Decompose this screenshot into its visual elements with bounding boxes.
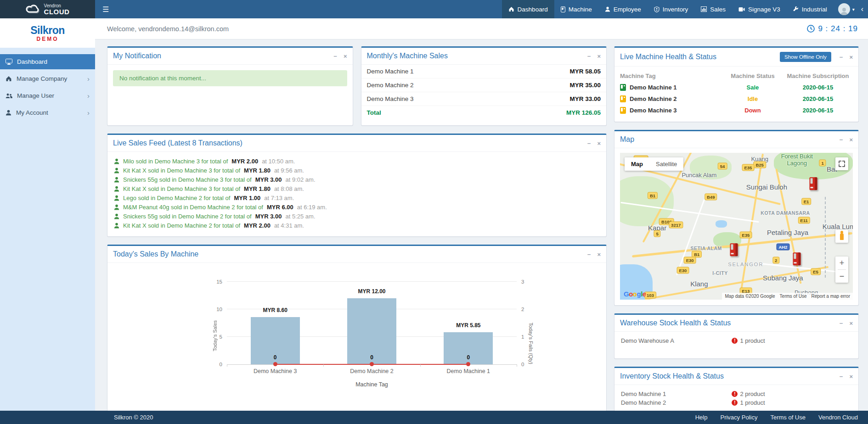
footer-link-help[interactable]: Help [695, 414, 708, 421]
machine-status: Sale [722, 84, 783, 91]
notification-alert: No notification at this moment... [113, 70, 347, 86]
vending-machine-marker[interactable] [730, 244, 738, 257]
feed-amount: MYR 1.00 [234, 195, 260, 201]
close-icon[interactable]: × [597, 53, 601, 60]
map-road-badge: E1 [801, 198, 812, 205]
panel-title: Live Machine Health & Status [620, 53, 780, 61]
footer-link-privacy[interactable]: Privacy Policy [720, 414, 757, 421]
machine-sales-value: MYR 35.00 [569, 82, 601, 89]
map-road-badge: 54 [718, 162, 727, 169]
panel-title: Today's Sales By Machine [113, 250, 587, 258]
footer-link-terms[interactable]: Terms of Use [770, 414, 806, 421]
map-road-badge: E5 [811, 268, 821, 275]
fullscreen-icon[interactable] [835, 157, 848, 170]
minimize-icon[interactable]: − [840, 320, 843, 327]
zoom-in-button[interactable]: + [835, 257, 848, 269]
google-map[interactable]: KuangForest Bukit LagongBatPuncak AlamSu… [620, 153, 853, 300]
close-icon[interactable]: × [849, 320, 853, 327]
avatar [838, 3, 850, 15]
person-icon [114, 167, 119, 173]
panel-my-notification: My Notification − × No notification at t… [107, 46, 353, 126]
sidebar-logo: Silkron DEMO [0, 18, 95, 48]
google-logo-letter: e [643, 290, 646, 298]
street-view-pegman[interactable] [835, 230, 848, 243]
minimize-icon[interactable]: − [840, 136, 843, 143]
machine-name: Demo Machine 1 [621, 391, 732, 397]
bar-chart: Today's Sales Today's Fails (Qty) 051015… [107, 277, 606, 407]
sales-feed-item: Lego sold in Demo Machine 2 for total of… [114, 193, 600, 202]
zoom-out-button[interactable]: − [835, 270, 848, 283]
minimize-icon[interactable]: − [587, 53, 591, 60]
close-icon[interactable]: × [597, 140, 601, 147]
alert-icon: ! [732, 391, 738, 397]
close-icon[interactable]: × [849, 54, 853, 61]
panel-title: Inventory Stock Health & Status [620, 372, 840, 380]
map-water-area [716, 220, 727, 228]
top-navbar: Vendron CLOUD ☰ Dashboard Machine Employ… [0, 0, 868, 18]
machine-health-row: Demo Machine 2 Idle 2020-06-15 [620, 93, 853, 105]
map-terms-link[interactable]: Terms of Use [780, 294, 807, 299]
map-button[interactable]: Map [625, 157, 649, 171]
nav-item-industrial[interactable]: Industrial [787, 0, 834, 18]
sidebar-item-my-account[interactable]: My Account › [0, 105, 95, 120]
map-road-badge: B49 [705, 194, 717, 201]
map-road-badge: E35 [739, 232, 752, 239]
minimize-icon[interactable]: − [840, 373, 843, 380]
panel-todays-sales-chart: Today's Sales By Machine − × Today's Sal… [107, 245, 607, 411]
x-axis-tick [517, 364, 517, 367]
person-icon [114, 195, 119, 201]
nav-item-sales[interactable]: Sales [694, 0, 732, 18]
vending-machine-marker[interactable] [793, 252, 801, 265]
close-icon[interactable]: × [849, 373, 853, 380]
panel-live-sales-feed: Live Sales Feed (Latest 8 Transactions) … [107, 134, 607, 237]
machine-subscription: 2020-06-15 [783, 107, 853, 114]
close-icon[interactable]: × [597, 251, 601, 258]
sidebar-item-manage-user[interactable]: Manage User › [0, 88, 95, 103]
nav-item-dashboard[interactable]: Dashboard [502, 0, 554, 18]
bar-value-label: MYR 8.60 [232, 307, 319, 313]
sidebar-toggle-button[interactable]: ☰ [95, 0, 116, 18]
control-sidebar-toggle[interactable]: ‹ [859, 0, 868, 18]
feed-time: at 9:56 am. [274, 167, 304, 174]
map-road-badge: B1 [648, 192, 658, 199]
footer-link-vendron[interactable]: Vendron Cloud [818, 414, 858, 421]
brand-logo[interactable]: Vendron CLOUD [0, 0, 95, 18]
vending-machine-marker[interactable] [809, 178, 817, 190]
map-road-badge: 5 [654, 230, 660, 237]
user-menu[interactable]: ▾ [834, 0, 859, 18]
close-icon[interactable]: × [344, 53, 347, 60]
minimize-icon[interactable]: − [587, 251, 591, 258]
feed-time: at 4:31 am. [274, 222, 304, 229]
minimize-icon[interactable]: − [840, 54, 843, 61]
nav-item-machine[interactable]: Machine [554, 0, 598, 18]
close-icon[interactable]: × [849, 136, 853, 143]
map-report-link[interactable]: Report a map error [812, 294, 850, 299]
top-nav-items: Dashboard Machine Employee Inventory Sal… [502, 0, 868, 18]
minimize-icon[interactable]: − [587, 140, 591, 147]
show-offline-only-button[interactable]: Show Offline Only [780, 52, 831, 62]
nav-item-inventory[interactable]: Inventory [648, 0, 695, 18]
content-header: Welcome, vendrondemo.14@silkron.com 9 : … [95, 18, 868, 39]
feed-amount: MYR 1.80 [244, 167, 271, 174]
warehouse-name: Demo Warehouse A [621, 337, 732, 344]
map-data-text: Map data ©2020 Google [725, 294, 775, 299]
y-axis-tick: 10 [216, 307, 222, 312]
monthly-sales-total-row: Total MYR 126.05 [361, 106, 607, 119]
map-place-label: Sungai Buloh [746, 183, 787, 190]
panel-title: Live Sales Feed (Latest 8 Transactions) [113, 139, 587, 147]
satellite-button[interactable]: Satellite [649, 157, 683, 171]
sidebar-item-manage-company[interactable]: Manage Company › [0, 71, 95, 86]
map-place-label: Kuala Lum [823, 223, 853, 230]
sidebar-item-dashboard[interactable]: Dashboard [0, 54, 95, 69]
monthly-sales-row: Demo Machine 1 MYR 58.05 [361, 65, 607, 78]
right-axis-title: Today's Fails (Qty) [528, 323, 534, 364]
nav-item-employee[interactable]: Employee [598, 0, 648, 18]
person-icon [6, 110, 11, 116]
machine-tag: Demo Machine 1 [630, 84, 677, 91]
nav-item-signage[interactable]: Signage V3 [732, 0, 787, 18]
stock-count: 1 product [740, 337, 765, 344]
brand-bottom: CLOUD [44, 8, 70, 15]
x-axis-category: Demo Machine 1 [447, 368, 490, 374]
minimize-icon[interactable]: − [333, 53, 337, 60]
cloud-icon [26, 4, 41, 15]
